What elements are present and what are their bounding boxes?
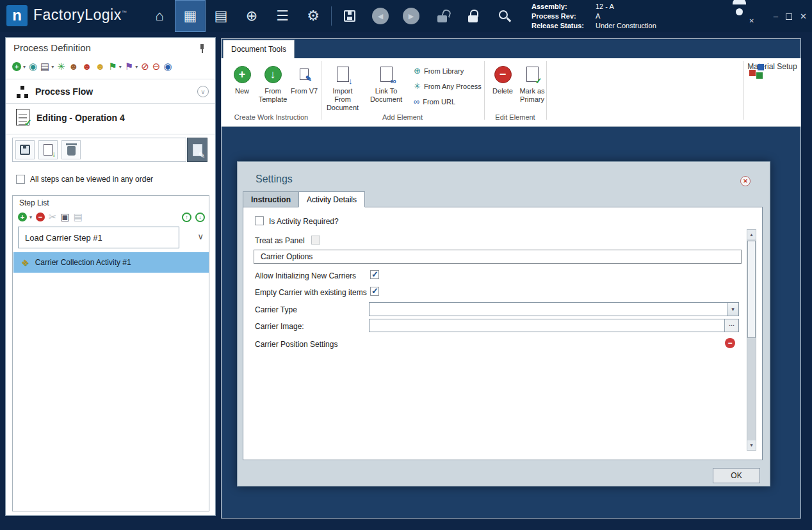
tab-document-tools[interactable]: Document Tools	[223, 40, 295, 58]
import-from-document-button[interactable]: ↓ Import From Document	[324, 63, 361, 112]
from-template-button[interactable]: ↓ From Template	[256, 63, 289, 104]
empty-carrier-checkbox[interactable]	[370, 287, 379, 296]
process-definition-button[interactable]: ▦	[175, 0, 206, 32]
from-library-button[interactable]: ⊕ From Library	[414, 66, 464, 76]
trainee-icon[interactable]: ☻	[95, 61, 105, 72]
release-status-label: Release Status:	[532, 21, 596, 31]
mark-as-primary-button[interactable]: ✓ Mark as Primary	[517, 63, 547, 104]
audit-search-button[interactable]	[488, 0, 519, 32]
from-v7-button[interactable]: ✎ From V7	[289, 63, 319, 95]
new-button[interactable]: + New	[228, 63, 256, 95]
step-list-title: Step List	[19, 198, 49, 207]
settings-button[interactable]: ⚙	[298, 0, 329, 32]
sparkle-icon: ✦	[747, 62, 752, 71]
back-button[interactable]: ◀	[365, 0, 396, 32]
new-plus-icon: +	[234, 66, 251, 83]
save-operation-button[interactable]	[15, 140, 35, 159]
chevron-down-icon[interactable]: ▾	[727, 303, 738, 316]
checklist-icon	[16, 109, 29, 125]
move-down-icon[interactable]: ↓	[195, 213, 205, 222]
link-to-document-button[interactable]: ∞ Link To Document	[368, 63, 405, 104]
carrier-image-input[interactable]: ...	[369, 319, 739, 332]
supervisor-icon[interactable]: ☻	[82, 61, 92, 72]
from-any-process-button[interactable]: ✳ From Any Process	[414, 81, 482, 91]
tab-instruction[interactable]: Instruction	[243, 191, 298, 207]
close-button[interactable]: ✕	[800, 12, 807, 21]
dialog-close-button[interactable]: ✕	[740, 176, 751, 186]
scrollbar[interactable]: ▲ ▼	[747, 229, 756, 451]
collapse-chevron-icon[interactable]: ∨	[197, 86, 209, 97]
step-selector-chevron-icon[interactable]: ∨	[197, 232, 204, 241]
block-icon[interactable]: ⊘	[141, 61, 149, 72]
carrier-options-group: Carrier Options	[254, 250, 742, 264]
add-step-caret-icon[interactable]: ▾	[29, 214, 32, 220]
tab-activity-details[interactable]: Activity Details	[298, 191, 365, 207]
delete-label: Delete	[492, 87, 513, 95]
search-icon	[499, 10, 508, 19]
pin-icon[interactable]	[197, 44, 206, 53]
add-caret-icon[interactable]: ▾	[23, 64, 26, 70]
browse-button[interactable]: ...	[724, 319, 738, 332]
documents-button[interactable]: ▤	[206, 0, 236, 32]
scroll-up-icon[interactable]: ▲	[747, 230, 756, 239]
flag-green-caret-icon[interactable]: ▾	[119, 64, 122, 70]
from-url-button[interactable]: ∞ From URL	[414, 97, 455, 106]
material-setup-button[interactable]: ✦ Material Setup	[747, 62, 798, 71]
titlebar: n FactoryLogix™ ⌂ ▦ ▤ ⊕ ☰ ⚙ ◀ ▶ Assembly…	[0, 0, 812, 32]
record-icon[interactable]: ◉	[163, 61, 172, 72]
steps-order-label: All steps can be viewed in any order	[30, 175, 153, 184]
flag-purple-caret-icon[interactable]: ▾	[135, 64, 138, 70]
lock-button[interactable]	[457, 0, 488, 32]
home-button[interactable]: ⌂	[144, 0, 175, 32]
process-flow-row[interactable]: Process Flow ∨	[6, 81, 215, 103]
minimize-button[interactable]: –	[774, 12, 778, 21]
toolbar-separator	[331, 6, 332, 26]
save-button[interactable]	[334, 0, 365, 32]
print-icon[interactable]: ▤	[40, 61, 49, 72]
release-status-row: Release Status:Under Construction	[532, 21, 656, 31]
edit-mode-toggle-button[interactable]: ✎	[187, 138, 207, 162]
add-step-icon[interactable]: +	[18, 213, 27, 221]
sync-icon[interactable]: ✳	[57, 61, 65, 72]
remove-position-icon[interactable]: −	[725, 338, 735, 348]
copy-icon[interactable]: ▣	[61, 211, 70, 223]
unlock-button[interactable]	[426, 0, 457, 32]
remove-icon[interactable]: ⊖	[152, 61, 161, 72]
maximize-button[interactable]	[786, 13, 792, 20]
dialog-title: Settings	[256, 173, 293, 185]
operator-icon[interactable]: ☻	[69, 61, 79, 72]
treat-as-panel-checkbox[interactable]	[311, 236, 320, 245]
dialog-tabs: Instruction Activity Details	[243, 191, 365, 207]
group-separator	[546, 61, 547, 120]
group-label-add: Add Element	[321, 113, 484, 124]
move-up-icon[interactable]: ↑	[182, 213, 191, 222]
flag-green-icon[interactable]: ⚑	[108, 61, 117, 72]
logout-user-button[interactable]: ✕	[730, 6, 752, 26]
dispatch-button[interactable]: ⊕	[236, 0, 267, 32]
paste-icon[interactable]: ▤	[74, 211, 83, 223]
cut-icon[interactable]: ✂	[49, 211, 57, 223]
globe-icon[interactable]: ◉	[29, 61, 37, 72]
flag-purple-icon[interactable]: ⚑	[125, 61, 133, 72]
delete-element-button[interactable]: − Delete	[488, 63, 517, 95]
add-icon[interactable]: +	[12, 62, 21, 71]
steps-order-checkbox[interactable]	[16, 175, 25, 184]
scrollbar-thumb[interactable]	[747, 241, 756, 338]
remove-step-icon[interactable]: −	[36, 213, 45, 221]
step-list-item[interactable]: ❖ Carrier Collection Activity #1	[13, 252, 209, 273]
allow-initializing-checkbox[interactable]	[370, 270, 379, 279]
reports-button[interactable]: ☰	[267, 0, 298, 32]
forward-button[interactable]: ▶	[396, 0, 426, 32]
delete-operation-button[interactable]	[61, 140, 81, 159]
ok-button[interactable]: OK	[713, 468, 760, 483]
trash-icon	[67, 146, 76, 156]
scroll-down-icon[interactable]: ▼	[747, 440, 756, 450]
carrier-type-select[interactable]: ▾	[369, 302, 739, 316]
import-template-button[interactable]: ↓	[38, 140, 58, 159]
is-activity-required-checkbox[interactable]	[255, 216, 264, 225]
print-caret-icon[interactable]: ▾	[51, 64, 54, 70]
delete-icon: −	[494, 66, 512, 83]
step-selector-input[interactable]: Load Carrier Step #1	[18, 227, 179, 248]
allow-initializing-label: Allow Initializing New Carriers	[255, 271, 356, 280]
step-item-label: Carrier Collection Activity #1	[35, 258, 131, 267]
